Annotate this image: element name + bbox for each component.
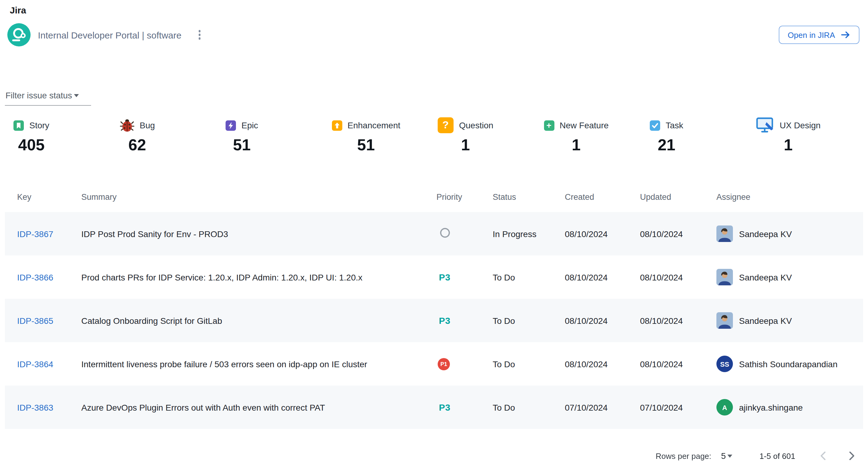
pagination-bar: Rows per page: 5 1-5 of 601 (0, 445, 859, 465)
issue-created-date: 08/10/2024 (560, 212, 635, 256)
issue-type-counters: Story 405 (13, 116, 862, 154)
priority-p3-icon: P3 (439, 315, 451, 326)
counter-label: Question (459, 120, 493, 130)
issue-summary: Prod charts PRs for IDP Service: 1.20.x,… (76, 256, 432, 299)
counter-value: 51 (357, 136, 375, 154)
counter-label: Enhancement (347, 120, 400, 130)
assignee-name: Sandeepa KV (739, 315, 792, 325)
column-header-assignee: Assignee (712, 193, 863, 212)
counter-label: UX Design (780, 120, 820, 130)
column-header-key: Key (5, 193, 76, 212)
issue-summary: Azure DevOps Plugin Errors out with Auth… (76, 386, 432, 429)
issue-updated-date: 08/10/2024 (635, 342, 712, 386)
counter-task: Task 21 (650, 116, 683, 154)
counter-value: 1 (784, 136, 793, 154)
counter-enhancement: Enhancement 51 (332, 116, 400, 154)
issue-created-date: 07/10/2024 (560, 386, 635, 429)
issue-key-link[interactable]: IDP-3864 (17, 359, 53, 369)
issue-summary: IDP Post Prod Sanity for Env - PROD3 (76, 212, 432, 256)
assignee-name: Sathish Soundarapandian (739, 359, 837, 369)
rows-per-page-select[interactable]: 5 (721, 451, 733, 461)
assignee-name: Sandeepa KV (739, 272, 792, 282)
counter-value: 21 (658, 136, 676, 154)
avatar (716, 312, 733, 329)
counter-bug: Bug 62 (120, 116, 155, 154)
issue-updated-date: 08/10/2024 (635, 299, 712, 342)
counter-label: Epic (242, 120, 258, 130)
avatar: A (716, 399, 733, 416)
assignee-name: Sandeepa KV (739, 229, 792, 239)
rows-per-page-label: Rows per page: (656, 451, 711, 460)
filter-label: Filter issue status (5, 91, 72, 100)
counter-label: Task (666, 120, 683, 130)
task-icon (650, 120, 660, 130)
table-header-row: Key Summary Priority Status Created Upda… (5, 193, 863, 212)
chevron-down-icon (728, 454, 733, 457)
counter-value: 1 (461, 136, 470, 154)
counter-question: ? Question 1 (438, 116, 493, 154)
arrow-right-icon (840, 30, 850, 40)
counter-ux-design: UX Design 1 (756, 116, 820, 154)
project-logo-icon (7, 23, 31, 46)
open-in-jira-label: Open in JIRA (787, 30, 835, 39)
assignee-name: ajinkya.shingane (739, 402, 803, 412)
issue-created-date: 08/10/2024 (560, 256, 635, 299)
page-title: Jira (10, 5, 26, 15)
next-page-button[interactable] (844, 449, 859, 463)
issue-key-link[interactable]: IDP-3863 (17, 402, 53, 412)
counter-story: Story 405 (13, 116, 49, 154)
jira-plugin-card: Jira Internal Developer Portal | softwar… (0, 0, 868, 465)
counter-epic: Epic 51 (225, 116, 258, 154)
issue-created-date: 08/10/2024 (560, 299, 635, 342)
column-header-updated: Updated (635, 193, 712, 212)
column-header-status: Status (488, 193, 560, 212)
counter-label: Story (29, 120, 49, 130)
project-title: Internal Developer Portal | software (38, 30, 182, 40)
previous-page-button[interactable] (816, 449, 831, 463)
new-feature-icon: + (544, 120, 554, 130)
column-header-priority: Priority (432, 193, 488, 212)
counter-label: Bug (140, 120, 155, 130)
ux-design-icon (756, 117, 774, 133)
question-icon: ? (438, 117, 454, 133)
priority-p3-icon: P3 (439, 272, 451, 282)
issue-updated-date: 07/10/2024 (635, 386, 712, 429)
issue-created-date: 08/10/2024 (560, 342, 635, 386)
issue-key-link[interactable]: IDP-3867 (17, 229, 53, 239)
counter-value: 51 (233, 136, 251, 154)
epic-icon (225, 120, 236, 130)
priority-none-icon (440, 228, 450, 238)
issue-summary: Intermittent liveness probe failure / 50… (76, 342, 432, 386)
issue-status: In Progress (488, 212, 560, 256)
table-row: IDP-3864 Intermittent liveness probe fai… (5, 342, 863, 386)
counter-value: 1 (572, 136, 581, 154)
issue-updated-date: 08/10/2024 (635, 256, 712, 299)
filter-issue-status-select[interactable]: Filter issue status (5, 91, 91, 106)
priority-p1-icon: P1 (438, 358, 450, 370)
table-row: IDP-3867 IDP Post Prod Sanity for Env - … (5, 212, 863, 256)
issue-key-link[interactable]: IDP-3865 (17, 315, 53, 325)
enhancement-icon (332, 120, 342, 130)
counter-new-feature: + New Feature 1 (544, 116, 609, 154)
issue-status: To Do (488, 342, 560, 386)
chevron-down-icon (74, 94, 79, 97)
table-row: IDP-3866 Prod charts PRs for IDP Service… (5, 256, 863, 299)
column-header-summary: Summary (76, 193, 432, 212)
counter-label: New Feature (560, 120, 609, 130)
kebab-menu-icon[interactable] (196, 28, 203, 42)
issue-key-link[interactable]: IDP-3866 (17, 272, 53, 282)
issue-status: To Do (488, 256, 560, 299)
issue-summary: Catalog Onboarding Script for GitLab (76, 299, 432, 342)
avatar (716, 269, 733, 285)
avatar (716, 226, 733, 242)
project-header: Internal Developer Portal | software Ope… (7, 23, 860, 46)
story-icon (13, 120, 24, 130)
issues-table: Key Summary Priority Status Created Upda… (5, 193, 863, 429)
rows-per-page-value: 5 (721, 451, 726, 461)
open-in-jira-button[interactable]: Open in JIRA (778, 26, 860, 44)
counter-value: 62 (128, 136, 146, 154)
counter-value: 405 (18, 136, 44, 154)
issue-status: To Do (488, 386, 560, 429)
table-row: IDP-3865 Catalog Onboarding Script for G… (5, 299, 863, 342)
issue-updated-date: 08/10/2024 (635, 212, 712, 256)
